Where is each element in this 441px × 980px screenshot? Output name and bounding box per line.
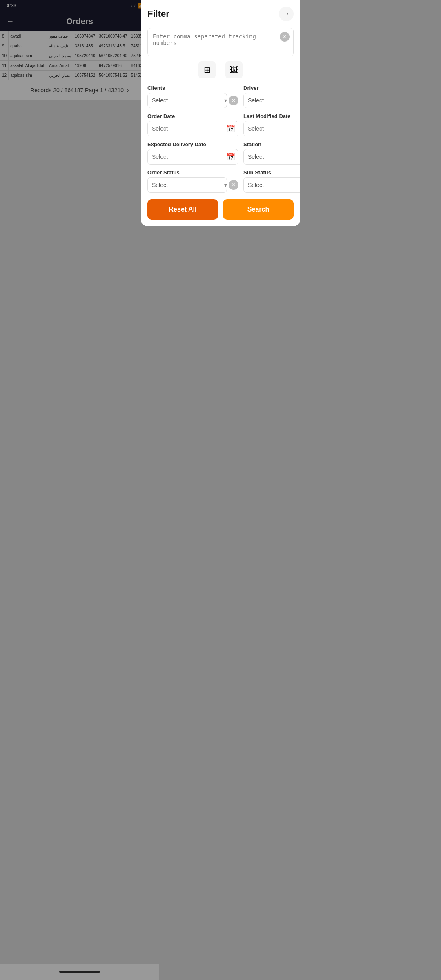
- tracking-input-wrapper: ✕: [147, 28, 159, 56]
- order-status-field: Order Status Select ▾ ✕: [147, 169, 159, 193]
- expected-delivery-date-wrapper: 📅: [147, 149, 159, 165]
- clients-label: Clients: [147, 85, 159, 91]
- modal-overlay: Filter → ✕ ⊞ 🖼 Clients: [0, 0, 159, 980]
- order-date-input[interactable]: [147, 121, 159, 136]
- modal-title: Filter: [147, 9, 159, 19]
- tracking-input[interactable]: [147, 28, 159, 56]
- filter-modal: Filter → ✕ ⊞ 🖼 Clients: [141, 0, 159, 226]
- order-status-label: Order Status: [147, 169, 159, 176]
- button-row: Reset All Search: [147, 199, 159, 220]
- order-date-wrapper: 📅: [147, 121, 159, 136]
- expected-delivery-date-label: Expected Delivery Date: [147, 141, 159, 147]
- reset-all-button[interactable]: Reset All: [147, 199, 159, 220]
- expected-delivery-date-field: Expected Delivery Date 📅: [147, 141, 159, 165]
- clients-select[interactable]: Select: [147, 93, 159, 108]
- order-date-label: Order Date: [147, 113, 159, 119]
- expected-delivery-date-input[interactable]: [147, 149, 159, 165]
- order-status-select-wrapper: Select ▾ ✕: [147, 177, 159, 193]
- icon-row: ⊞ 🖼: [147, 61, 159, 78]
- filter-fields-grid: Clients Select ▾ ✕ Driver Select ▾: [147, 85, 159, 193]
- clients-select-wrapper: Select ▾ ✕: [147, 93, 159, 108]
- order-date-field: Order Date 📅: [147, 113, 159, 136]
- clients-field: Clients Select ▾ ✕: [147, 85, 159, 108]
- order-status-select[interactable]: Select: [147, 177, 159, 193]
- modal-header: Filter →: [147, 7, 159, 21]
